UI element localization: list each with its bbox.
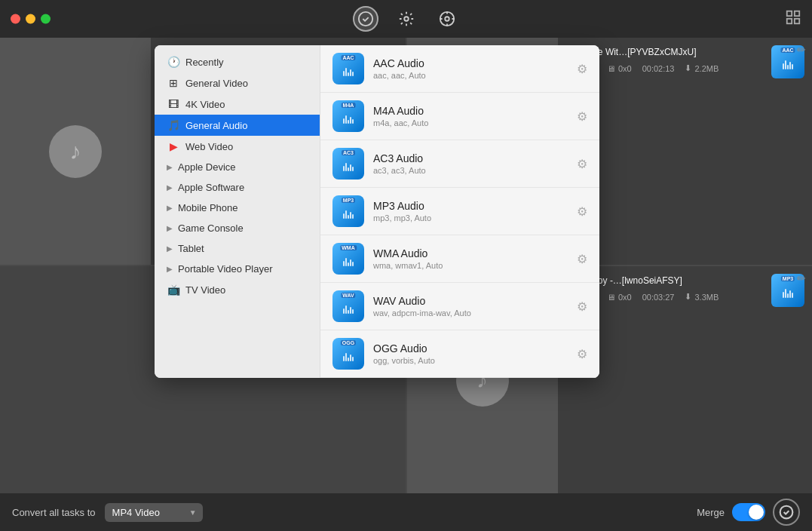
- meta-size-2: ⬇ 2.2MB: [685, 63, 719, 73]
- format-row-m4a[interactable]: M4A M4A Audio m4a, aac, Auto ⚙: [320, 93, 599, 140]
- edit-icon-4[interactable]: ✏: [797, 272, 806, 284]
- sidebar-item-mobile-phone[interactable]: ▶ Mobile Phone: [155, 198, 320, 218]
- format-dropdown: 🕐 Recently ⊞ General Video 🎞 4K Video 🎵 …: [155, 45, 599, 378]
- wav-badge-text: WAV: [341, 293, 355, 298]
- ogg-badge-text: OGG: [341, 340, 356, 345]
- maximize-button[interactable]: [41, 14, 51, 24]
- minimize-button[interactable]: [26, 14, 35, 24]
- convert-button[interactable]: [773, 499, 800, 526]
- aac-badge-text: AAC: [341, 55, 355, 60]
- format-row-ogg[interactable]: OGG OGG Audio ogg, vorbis, Auto ⚙: [320, 330, 599, 378]
- sidebar-item-tv-video[interactable]: 📺 TV Video: [155, 279, 320, 300]
- sidebar-item-apple-device-label: Apple Device: [178, 161, 236, 173]
- titlebar-right-icon[interactable]: [785, 9, 801, 29]
- format-text-ogg: OGG Audio ogg, vorbis, Auto: [373, 342, 568, 365]
- sidebar-item-portable-label: Portable Video Player: [178, 263, 273, 275]
- aac-badge: AAC: [332, 53, 364, 84]
- gear-icon-ac3[interactable]: ⚙: [577, 157, 587, 171]
- merge-toggle[interactable]: [732, 503, 765, 521]
- sidebar-item-general-audio[interactable]: 🎵 General Audio: [155, 115, 320, 136]
- format-name-aac: AAC Audio: [373, 57, 568, 69]
- wma-badge-text: WMA: [340, 245, 357, 250]
- meta-resolution-2: 🖥 0x0: [607, 63, 632, 73]
- arrow-mobile-phone: ▶: [167, 204, 173, 212]
- sidebar-item-tablet-label: Tablet: [178, 243, 204, 254]
- format-select[interactable]: MP4 Video MP3 Audio AAC Audio MOV Video: [105, 503, 203, 522]
- merge-section: Merge: [697, 499, 800, 526]
- close-button[interactable]: [11, 14, 20, 24]
- gear-icon-mp3[interactable]: ⚙: [577, 204, 587, 219]
- gear-icon-wav[interactable]: ⚙: [577, 299, 587, 314]
- svg-point-3: [445, 17, 449, 21]
- arrow-game-console: ▶: [167, 224, 173, 232]
- sidebar-item-apple-software[interactable]: ▶ Apple Software: [155, 177, 320, 198]
- convert-label: Convert all tasks to: [12, 507, 96, 518]
- sidebar-item-4k-label: 4K Video: [185, 99, 225, 110]
- svg-point-8: [780, 506, 793, 519]
- media-icon[interactable]: [434, 6, 460, 32]
- gear-icon-aac[interactable]: ⚙: [577, 62, 587, 76]
- format-name-m4a: M4A Audio: [373, 105, 568, 117]
- format-name-ac3: AC3 Audio: [373, 152, 568, 164]
- content-area: ♪ crawling bac…[puPFb5wqi9E] 🎵 m4a 🖥 0x0…: [0, 38, 812, 493]
- arrow-apple-software: ▶: [167, 183, 173, 192]
- music-note-1: ♪: [49, 125, 102, 178]
- format-row-wma[interactable]: WMA WMA Audio wma, wmav1, Auto ⚙: [320, 235, 599, 283]
- format-row-wav[interactable]: WAV WAV Audio wav, adpcm-ima-wav, Auto ⚙: [320, 283, 599, 330]
- format-row-ac3[interactable]: AC3 AC3 Audio ac3, ac3, Auto ⚙: [320, 140, 599, 188]
- titlebar-nav: [353, 6, 460, 32]
- format-details-mp3: mp3, mp3, Auto: [373, 213, 568, 223]
- settings-icon[interactable]: [394, 6, 419, 32]
- sidebar-item-apple-device[interactable]: ▶ Apple Device: [155, 157, 320, 177]
- sidebar-item-game-console-label: Game Console: [178, 223, 244, 234]
- sidebar-item-general-video[interactable]: ⊞ General Video: [155, 72, 320, 94]
- music-icon: 🎵: [167, 119, 180, 131]
- ogg-badge: OGG: [332, 338, 364, 370]
- sidebar-item-web-video[interactable]: ▶ Web Video: [155, 136, 320, 157]
- format-name-wma: WMA Audio: [373, 247, 568, 259]
- gear-icon-m4a[interactable]: ⚙: [577, 109, 587, 124]
- clock-icon: 🕐: [167, 56, 180, 68]
- sidebar-item-web-video-label: Web Video: [185, 141, 233, 152]
- m4a-badge-text: M4A: [342, 103, 356, 108]
- format-row-aac[interactable]: AAC AAC Audio aac, aac, Auto ⚙: [320, 45, 599, 93]
- format-name-ogg: OGG Audio: [373, 342, 568, 355]
- format-text-wav: WAV Audio wav, adpcm-ima-wav, Auto: [373, 295, 568, 318]
- traffic-lights: [11, 14, 51, 24]
- video-meta-4: 🎵 m4a 🖥 0x0 00:03:27 ⬇ 3.3MB: [567, 292, 804, 302]
- gear-icon-ogg[interactable]: ⚙: [577, 347, 587, 361]
- convert-icon[interactable]: [353, 6, 378, 32]
- meta-size-4: ⬇ 3.3MB: [685, 292, 719, 302]
- svg-point-1: [404, 17, 409, 21]
- sidebar-item-game-console[interactable]: ▶ Game Console: [155, 218, 320, 238]
- sidebar-item-general-audio-label: General Audio: [185, 120, 247, 131]
- dropdown-sidebar: 🕐 Recently ⊞ General Video 🎞 4K Video 🎵 …: [155, 45, 320, 378]
- sidebar-item-general-video-label: General Video: [185, 78, 248, 89]
- sidebar-item-recently[interactable]: 🕐 Recently: [155, 51, 320, 72]
- m4a-badge: M4A: [332, 100, 364, 132]
- arrow-tablet: ▶: [167, 244, 173, 253]
- format-row-mp3[interactable]: MP3 MP3 Audio mp3, mp3, Auto ⚙: [320, 188, 599, 235]
- mp3-badge-text: MP3: [342, 198, 355, 203]
- gear-icon-wma[interactable]: ⚙: [577, 252, 587, 266]
- format-text-m4a: M4A Audio m4a, aac, Auto: [373, 105, 568, 127]
- meta-duration-2: 00:02:13: [642, 63, 675, 73]
- format-text-wma: WMA Audio wma, wmav1, Auto: [373, 247, 568, 270]
- merge-label: Merge: [697, 507, 725, 518]
- 4k-icon: 🎞: [167, 98, 180, 110]
- grid-icon: ⊞: [167, 77, 180, 89]
- svg-rect-5: [795, 11, 799, 16]
- thumbnail-1: ♪: [0, 38, 151, 265]
- sidebar-item-portable-video[interactable]: ▶ Portable Video Player: [155, 259, 320, 279]
- format-name-wav: WAV Audio: [373, 295, 568, 307]
- wma-badge: WMA: [332, 243, 364, 275]
- svg-rect-4: [787, 11, 792, 16]
- ac3-badge-text: AC3: [342, 150, 355, 155]
- svg-rect-7: [795, 19, 799, 23]
- sidebar-item-tablet[interactable]: ▶ Tablet: [155, 238, 320, 259]
- format-details-wav: wav, adpcm-ima-wav, Auto: [373, 308, 568, 318]
- edit-icon-2[interactable]: ✏: [797, 44, 806, 56]
- format-details-wma: wma, wmav1, Auto: [373, 261, 568, 270]
- sidebar-item-4k-video[interactable]: 🎞 4K Video: [155, 94, 320, 115]
- toggle-knob: [749, 505, 764, 520]
